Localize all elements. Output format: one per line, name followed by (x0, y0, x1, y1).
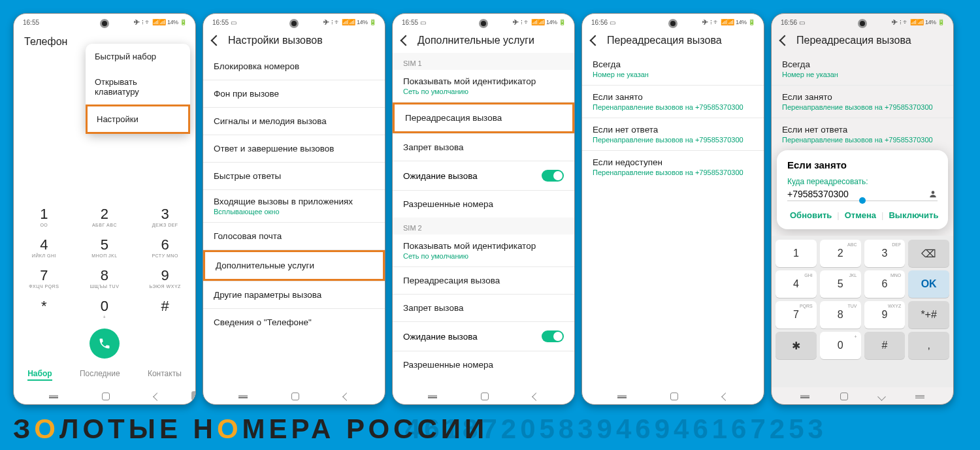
kb-key-#[interactable]: # (864, 332, 906, 359)
setting-item[interactable]: Переадресация вызова (393, 267, 574, 294)
dialpad-key-4[interactable]: 4ИЙКЛ GHI (14, 236, 74, 258)
dialpad-key-6[interactable]: 6РСТУ MNO (135, 236, 195, 258)
setting-item[interactable]: Быстрые ответы (203, 163, 385, 189)
tab-recent[interactable]: Последние (80, 369, 120, 381)
dialpad-key-9[interactable]: 9ЬЭЮЯ WXYZ (135, 267, 195, 289)
nav-recents-icon[interactable] (238, 395, 248, 398)
kb-key-5[interactable]: 5JKL (820, 270, 861, 298)
dialpad-key-1[interactable]: 1ОО (14, 206, 74, 227)
setting-item[interactable]: Показывать мой идентификаторСеть по умол… (393, 70, 574, 102)
call-button[interactable] (90, 329, 120, 359)
nav-recents-icon[interactable] (800, 395, 809, 398)
kb-key-OK[interactable]: OK (908, 270, 949, 298)
disable-button[interactable]: Выключить (886, 210, 941, 220)
nav-home-icon[interactable] (102, 393, 110, 400)
setting-item[interactable]: Дополнительные услуги (203, 250, 385, 281)
setting-item[interactable]: Показывать мой идентификаторСеть по умол… (393, 234, 574, 266)
nav-back-icon[interactable] (342, 393, 351, 401)
kb-key-✱[interactable]: ✱ (776, 332, 817, 359)
dialpad-key-3[interactable]: 3ДЕЖЗ DEF (135, 206, 195, 227)
setting-item[interactable]: Переадресация вызова (393, 103, 574, 133)
menu-speed-dial[interactable]: Быстрый набор (86, 44, 190, 69)
contact-picker-icon[interactable] (928, 189, 938, 199)
menu-open-keyboard[interactable]: Открывать клавиатуру (86, 69, 190, 104)
setting-item[interactable]: Запрет вызова (393, 134, 574, 161)
update-button[interactable]: Обновить (787, 210, 834, 220)
setting-item[interactable]: Сигналы и мелодия вызова (203, 108, 385, 135)
setting-item[interactable]: Сведения о "Телефоне" (203, 309, 385, 336)
nav-back-icon[interactable] (153, 393, 161, 401)
kb-key-3[interactable]: 3DEF (864, 240, 906, 267)
phone-icon (98, 337, 111, 350)
dialpad-key-5[interactable]: 5МНОП JKL (74, 236, 135, 258)
nav-bar (203, 387, 385, 404)
kb-key-4[interactable]: 4GHI (776, 270, 817, 298)
menu-settings[interactable]: Настройки (86, 104, 190, 134)
nav-recents-icon[interactable] (428, 395, 437, 398)
nav-bar (772, 387, 953, 404)
kb-key-7[interactable]: 7PQRS (776, 301, 817, 329)
nav-keyboard-switch-icon[interactable] (915, 395, 924, 398)
nav-recents-icon[interactable] (49, 395, 58, 398)
camera-notch (289, 19, 299, 28)
cancel-button[interactable]: Отмена (842, 210, 879, 220)
back-icon[interactable] (590, 35, 601, 46)
edge-panel-handle[interactable] (191, 391, 195, 400)
kb-key-1[interactable]: 1 (776, 240, 817, 267)
nav-hide-keyboard-icon[interactable] (877, 393, 886, 401)
dialpad-key-*[interactable]: * (14, 298, 74, 319)
setting-item[interactable]: Ответ и завершение вызовов (203, 135, 385, 162)
back-icon[interactable] (400, 35, 412, 46)
dialpad-key-7[interactable]: 7ФХЦЧ PQRS (14, 267, 74, 289)
setting-item[interactable]: Входящие вызовы в приложенияхВсплывающее… (203, 190, 385, 222)
setting-item[interactable]: Запрет вызова (393, 295, 574, 321)
toggle-switch[interactable] (542, 170, 564, 182)
back-icon[interactable] (211, 35, 222, 46)
nav-back-icon[interactable] (532, 393, 540, 401)
forward-option[interactable]: Если занятоПеренаправление вызовов на +7… (582, 86, 764, 118)
dialpad-key-8[interactable]: 8ШЩЪЫ TUV (74, 267, 135, 289)
tab-contacts[interactable]: Контакты (148, 369, 182, 381)
kb-key-0[interactable]: 0+ (820, 332, 861, 359)
forward-option[interactable]: Если недоступенПеренаправление вызовов н… (582, 151, 764, 183)
forward-option[interactable]: ВсегдаНомер не указан (582, 53, 764, 85)
back-icon[interactable] (779, 35, 791, 46)
dialpad-key-0[interactable]: 0+ (74, 298, 135, 319)
nav-home-icon[interactable] (670, 393, 678, 400)
status-icons: ✈ ⋮ ᯤ 📶📶 14%🔋 (513, 19, 565, 25)
setting-item[interactable]: Блокировка номеров (203, 53, 385, 80)
kb-key-,[interactable]: , (908, 332, 949, 359)
text-cursor-handle[interactable] (859, 197, 866, 204)
setting-item[interactable]: Другие параметры вызова (203, 281, 385, 308)
dialpad-key-#[interactable]: # (135, 298, 195, 319)
status-icons: ✈ ⋮ ᯤ 📶📶 14%🔋 (323, 19, 376, 25)
header: Переадресация вызова (772, 28, 953, 53)
kb-key-6[interactable]: 6MNO (864, 270, 906, 298)
setting-toggle-row[interactable]: Ожидание вызова (393, 322, 574, 351)
setting-item[interactable]: Голосовая почта (203, 223, 385, 249)
setting-toggle-row[interactable]: Ожидание вызова (393, 161, 574, 190)
page-title: Настройки вызовов (228, 35, 323, 46)
tab-dial[interactable]: Набор (27, 369, 52, 381)
svg-point-0 (932, 191, 935, 194)
kb-key-9[interactable]: 9WXYZ (864, 301, 906, 329)
nav-home-icon[interactable] (291, 393, 299, 400)
nav-recents-icon[interactable] (617, 395, 627, 398)
setting-item[interactable]: Разрешенные номера (393, 191, 574, 217)
kb-key-8[interactable]: 8TUV (820, 301, 861, 329)
header: Настройки вызовов (203, 28, 385, 53)
kb-key-⌫[interactable]: ⌫ (908, 240, 949, 267)
kb-key-2[interactable]: 2ABC (820, 240, 861, 267)
setting-item[interactable]: Разрешенные номера (393, 351, 574, 378)
setting-item[interactable]: Фон при вызове (203, 80, 385, 107)
forward-option[interactable]: Если нет ответаПеренаправление вызовов н… (582, 118, 764, 150)
status-icons: ✈ ⋮ ᯤ 📶📶 14%🔋 (892, 19, 944, 25)
nav-back-icon[interactable] (721, 393, 730, 401)
forward-number-input[interactable] (787, 189, 923, 199)
kb-key-*+#[interactable]: *+# (908, 301, 949, 329)
dialpad-key-2[interactable]: 2АБВГ ABC (74, 206, 135, 227)
overflow-menu: Быстрый набор Открывать клавиатуру Настр… (86, 44, 190, 134)
nav-home-icon[interactable] (481, 393, 489, 400)
toggle-switch[interactable] (542, 330, 564, 342)
nav-home-icon[interactable] (840, 393, 848, 400)
